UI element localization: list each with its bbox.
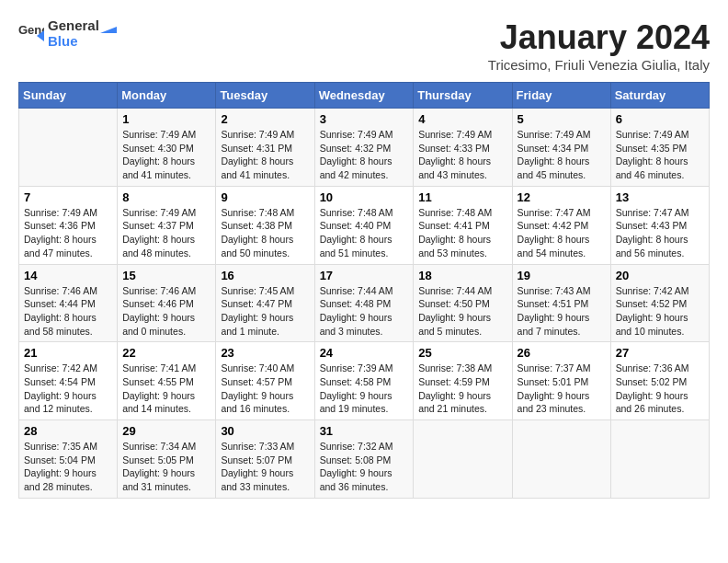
day-number: 25 [418, 346, 506, 360]
day-number: 1 [122, 112, 210, 126]
day-number: 21 [24, 346, 112, 360]
weekday-header-row: SundayMondayTuesdayWednesdayThursdayFrid… [19, 83, 710, 109]
day-number: 11 [418, 190, 506, 204]
calendar-cell: 28 Sunrise: 7:35 AMSunset: 5:04 PMDaylig… [19, 420, 118, 499]
calendar-table: SundayMondayTuesdayWednesdayThursdayFrid… [18, 82, 710, 499]
day-number: 13 [616, 190, 704, 204]
calendar-cell: 14 Sunrise: 7:46 AMSunset: 4:44 PMDaylig… [19, 264, 118, 342]
day-number: 31 [320, 424, 409, 438]
cell-info: Sunrise: 7:37 AMSunset: 5:01 PMDaylight:… [518, 362, 606, 416]
cell-info: Sunrise: 7:49 AMSunset: 4:33 PMDaylight:… [418, 128, 506, 182]
cell-info: Sunrise: 7:33 AMSunset: 5:07 PMDaylight:… [221, 440, 309, 494]
cell-info: Sunrise: 7:42 AMSunset: 4:54 PMDaylight:… [24, 362, 112, 416]
calendar-cell: 4 Sunrise: 7:49 AMSunset: 4:33 PMDayligh… [414, 109, 512, 187]
week-row-5: 28 Sunrise: 7:35 AMSunset: 5:04 PMDaylig… [19, 420, 710, 499]
calendar-cell [610, 420, 709, 499]
calendar-cell: 17 Sunrise: 7:44 AMSunset: 4:48 PMDaylig… [314, 264, 414, 342]
day-number: 16 [221, 269, 309, 282]
weekday-header-saturday: Saturday [610, 83, 709, 109]
day-number: 23 [221, 346, 309, 360]
day-number: 22 [122, 346, 210, 360]
day-number: 30 [221, 424, 309, 438]
week-row-4: 21 Sunrise: 7:42 AMSunset: 4:54 PMDaylig… [19, 342, 710, 420]
day-number: 24 [320, 346, 409, 360]
day-number: 5 [518, 112, 606, 126]
day-number: 10 [320, 190, 409, 204]
calendar-cell: 15 Sunrise: 7:46 AMSunset: 4:46 PMDaylig… [118, 264, 216, 342]
logo-text-general: General [48, 18, 117, 34]
cell-info: Sunrise: 7:48 AMSunset: 4:38 PMDaylight:… [221, 206, 309, 260]
day-number: 14 [24, 269, 112, 282]
cell-info: Sunrise: 7:49 AMSunset: 4:30 PMDaylight:… [122, 128, 210, 182]
calendar-cell [512, 420, 610, 499]
day-number: 18 [418, 269, 506, 282]
calendar-cell: 12 Sunrise: 7:47 AMSunset: 4:42 PMDaylig… [512, 186, 610, 264]
calendar-cell: 5 Sunrise: 7:49 AMSunset: 4:34 PMDayligh… [512, 109, 610, 187]
logo-icon: General [18, 21, 44, 47]
day-number: 29 [122, 424, 210, 438]
svg-marker-2 [100, 27, 117, 33]
day-number: 12 [518, 190, 606, 204]
day-number: 20 [616, 269, 704, 282]
weekday-header-monday: Monday [118, 83, 216, 109]
calendar-cell: 23 Sunrise: 7:40 AMSunset: 4:57 PMDaylig… [216, 342, 314, 420]
cell-info: Sunrise: 7:49 AMSunset: 4:32 PMDaylight:… [320, 128, 409, 182]
calendar-cell [19, 109, 118, 187]
day-number: 8 [122, 190, 210, 204]
cell-info: Sunrise: 7:32 AMSunset: 5:08 PMDaylight:… [320, 440, 409, 494]
weekday-header-wednesday: Wednesday [314, 83, 414, 109]
day-number: 17 [320, 269, 409, 282]
calendar-cell [414, 420, 512, 499]
cell-info: Sunrise: 7:35 AMSunset: 5:04 PMDaylight:… [24, 440, 112, 494]
cell-info: Sunrise: 7:44 AMSunset: 4:48 PMDaylight:… [320, 284, 409, 339]
calendar-cell: 25 Sunrise: 7:38 AMSunset: 4:59 PMDaylig… [414, 342, 512, 420]
calendar-cell: 2 Sunrise: 7:49 AMSunset: 4:31 PMDayligh… [216, 109, 314, 187]
calendar-cell: 13 Sunrise: 7:47 AMSunset: 4:43 PMDaylig… [610, 186, 709, 264]
calendar-cell: 3 Sunrise: 7:49 AMSunset: 4:32 PMDayligh… [314, 109, 414, 187]
calendar-cell: 21 Sunrise: 7:42 AMSunset: 4:54 PMDaylig… [19, 342, 118, 420]
day-number: 2 [221, 112, 309, 126]
cell-info: Sunrise: 7:44 AMSunset: 4:50 PMDaylight:… [418, 284, 506, 339]
cell-info: Sunrise: 7:48 AMSunset: 4:41 PMDaylight:… [418, 206, 506, 260]
calendar-cell: 9 Sunrise: 7:48 AMSunset: 4:38 PMDayligh… [216, 186, 314, 264]
cell-info: Sunrise: 7:39 AMSunset: 4:58 PMDaylight:… [320, 362, 409, 416]
calendar-cell: 20 Sunrise: 7:42 AMSunset: 4:52 PMDaylig… [610, 264, 709, 342]
weekday-header-sunday: Sunday [19, 83, 118, 109]
calendar-cell: 27 Sunrise: 7:36 AMSunset: 5:02 PMDaylig… [610, 342, 709, 420]
weekday-header-friday: Friday [512, 83, 610, 109]
day-number: 26 [518, 346, 606, 360]
cell-info: Sunrise: 7:49 AMSunset: 4:34 PMDaylight:… [518, 128, 606, 182]
cell-info: Sunrise: 7:49 AMSunset: 4:37 PMDaylight:… [122, 206, 210, 260]
day-number: 27 [616, 346, 704, 360]
logo-text-blue: Blue [48, 34, 117, 50]
cell-info: Sunrise: 7:49 AMSunset: 4:31 PMDaylight:… [221, 128, 309, 182]
calendar-cell: 22 Sunrise: 7:41 AMSunset: 4:55 PMDaylig… [118, 342, 216, 420]
day-number: 9 [221, 190, 309, 204]
cell-info: Sunrise: 7:40 AMSunset: 4:57 PMDaylight:… [221, 362, 309, 416]
calendar-cell: 26 Sunrise: 7:37 AMSunset: 5:01 PMDaylig… [512, 342, 610, 420]
calendar-cell: 7 Sunrise: 7:49 AMSunset: 4:36 PMDayligh… [19, 186, 118, 264]
day-number: 7 [24, 190, 112, 204]
weekday-header-tuesday: Tuesday [216, 83, 314, 109]
calendar-cell: 1 Sunrise: 7:49 AMSunset: 4:30 PMDayligh… [118, 109, 216, 187]
calendar-cell: 30 Sunrise: 7:33 AMSunset: 5:07 PMDaylig… [216, 420, 314, 499]
title-block: January 2024 Tricesimo, Friuli Venezia G… [488, 18, 710, 73]
calendar-cell: 31 Sunrise: 7:32 AMSunset: 5:08 PMDaylig… [314, 420, 414, 499]
week-row-1: 1 Sunrise: 7:49 AMSunset: 4:30 PMDayligh… [19, 109, 710, 187]
calendar-cell: 6 Sunrise: 7:49 AMSunset: 4:35 PMDayligh… [610, 109, 709, 187]
page-header: General General Blue January 2024 Trices… [18, 18, 710, 73]
cell-info: Sunrise: 7:34 AMSunset: 5:05 PMDaylight:… [122, 440, 210, 494]
calendar-cell: 8 Sunrise: 7:49 AMSunset: 4:37 PMDayligh… [118, 186, 216, 264]
cell-info: Sunrise: 7:36 AMSunset: 5:02 PMDaylight:… [616, 362, 704, 416]
day-number: 19 [518, 269, 606, 282]
cell-info: Sunrise: 7:41 AMSunset: 4:55 PMDaylight:… [122, 362, 210, 416]
cell-info: Sunrise: 7:45 AMSunset: 4:47 PMDaylight:… [221, 284, 309, 339]
month-title: January 2024 [488, 18, 710, 57]
calendar-cell: 19 Sunrise: 7:43 AMSunset: 4:51 PMDaylig… [512, 264, 610, 342]
cell-info: Sunrise: 7:49 AMSunset: 4:35 PMDaylight:… [616, 128, 704, 182]
cell-info: Sunrise: 7:46 AMSunset: 4:44 PMDaylight:… [24, 284, 112, 339]
calendar-cell: 16 Sunrise: 7:45 AMSunset: 4:47 PMDaylig… [216, 264, 314, 342]
cell-info: Sunrise: 7:49 AMSunset: 4:36 PMDaylight:… [24, 206, 112, 260]
week-row-3: 14 Sunrise: 7:46 AMSunset: 4:44 PMDaylig… [19, 264, 710, 342]
cell-info: Sunrise: 7:38 AMSunset: 4:59 PMDaylight:… [418, 362, 506, 416]
